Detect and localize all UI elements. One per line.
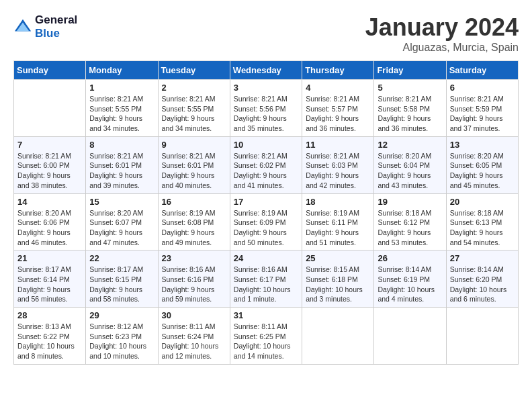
day-info: Sunrise: 8:21 AMSunset: 6:03 PMDaylight:… [306, 151, 370, 191]
day-info: Sunrise: 8:20 AMSunset: 6:04 PMDaylight:… [378, 151, 442, 191]
day-number: 2 [162, 83, 226, 93]
calendar-week-row: 1Sunrise: 8:21 AMSunset: 5:55 PMDaylight… [14, 80, 519, 137]
calendar-week-row: 7Sunrise: 8:21 AMSunset: 6:00 PMDaylight… [14, 136, 519, 193]
logo: General Blue [13, 13, 77, 40]
day-info: Sunrise: 8:20 AMSunset: 6:07 PMDaylight:… [89, 208, 154, 248]
day-info: Sunrise: 8:11 AMSunset: 6:24 PMDaylight:… [162, 322, 226, 361]
calendar-cell: 26Sunrise: 8:14 AMSunset: 6:19 PMDayligh… [374, 250, 446, 308]
day-number: 15 [89, 197, 154, 207]
calendar-cell: 2Sunrise: 8:21 AMSunset: 5:55 PMDaylight… [158, 80, 230, 137]
day-number: 30 [162, 310, 226, 320]
day-number: 14 [17, 197, 82, 207]
weekday-header-wednesday: Wednesday [230, 61, 302, 80]
calendar-cell: 1Sunrise: 8:21 AMSunset: 5:55 PMDaylight… [86, 80, 158, 137]
calendar-cell: 6Sunrise: 8:21 AMSunset: 5:59 PMDaylight… [446, 80, 518, 137]
day-number: 18 [306, 197, 370, 207]
calendar-cell: 25Sunrise: 8:15 AMSunset: 6:18 PMDayligh… [302, 250, 374, 308]
weekday-header-sunday: Sunday [14, 61, 86, 80]
logo-icon [13, 17, 32, 36]
day-number: 23 [162, 253, 226, 263]
page-header: General Blue January 2024 Alguazas, Murc… [13, 13, 519, 54]
day-info: Sunrise: 8:21 AMSunset: 5:56 PMDaylight:… [234, 94, 298, 134]
day-number: 20 [450, 197, 515, 207]
day-number: 10 [234, 140, 298, 150]
day-info: Sunrise: 8:21 AMSunset: 5:55 PMDaylight:… [162, 94, 226, 134]
calendar-cell: 21Sunrise: 8:17 AMSunset: 6:14 PMDayligh… [14, 250, 86, 308]
weekday-header-tuesday: Tuesday [158, 61, 230, 80]
day-number: 1 [89, 83, 154, 93]
calendar-week-row: 21Sunrise: 8:17 AMSunset: 6:14 PMDayligh… [14, 250, 519, 308]
day-number: 9 [162, 140, 226, 150]
day-number: 13 [450, 140, 515, 150]
day-number: 4 [306, 83, 370, 93]
calendar-cell: 23Sunrise: 8:16 AMSunset: 6:16 PMDayligh… [158, 250, 230, 308]
day-info: Sunrise: 8:21 AMSunset: 6:00 PMDaylight:… [17, 151, 82, 191]
day-number: 8 [89, 140, 154, 150]
calendar-cell: 12Sunrise: 8:20 AMSunset: 6:04 PMDayligh… [374, 136, 446, 193]
day-number: 19 [378, 197, 442, 207]
calendar-cell [374, 308, 446, 365]
day-info: Sunrise: 8:16 AMSunset: 6:17 PMDaylight:… [234, 265, 298, 304]
weekday-header-thursday: Thursday [302, 61, 374, 80]
day-number: 26 [378, 253, 442, 263]
calendar-cell: 27Sunrise: 8:14 AMSunset: 6:20 PMDayligh… [446, 250, 518, 308]
day-info: Sunrise: 8:19 AMSunset: 6:09 PMDaylight:… [234, 208, 298, 248]
calendar-week-row: 14Sunrise: 8:20 AMSunset: 6:06 PMDayligh… [14, 193, 519, 250]
calendar-cell: 24Sunrise: 8:16 AMSunset: 6:17 PMDayligh… [230, 250, 302, 308]
calendar-table: SundayMondayTuesdayWednesdayThursdayFrid… [13, 60, 519, 365]
calendar-cell: 18Sunrise: 8:19 AMSunset: 6:11 PMDayligh… [302, 193, 374, 250]
calendar-cell: 29Sunrise: 8:12 AMSunset: 6:23 PMDayligh… [86, 308, 158, 365]
calendar-cell: 15Sunrise: 8:20 AMSunset: 6:07 PMDayligh… [86, 193, 158, 250]
location-title: Alguazas, Murcia, Spain [365, 42, 519, 54]
day-number: 29 [89, 310, 154, 320]
day-number: 5 [378, 83, 442, 93]
day-info: Sunrise: 8:17 AMSunset: 6:14 PMDaylight:… [17, 265, 82, 304]
calendar-cell: 31Sunrise: 8:11 AMSunset: 6:25 PMDayligh… [230, 308, 302, 365]
day-info: Sunrise: 8:15 AMSunset: 6:18 PMDaylight:… [306, 265, 370, 304]
day-number: 25 [306, 253, 370, 263]
calendar-cell: 28Sunrise: 8:13 AMSunset: 6:22 PMDayligh… [14, 308, 86, 365]
day-info: Sunrise: 8:19 AMSunset: 6:08 PMDaylight:… [162, 208, 226, 248]
calendar-cell: 20Sunrise: 8:18 AMSunset: 6:13 PMDayligh… [446, 193, 518, 250]
calendar-cell [302, 308, 374, 365]
calendar-cell: 7Sunrise: 8:21 AMSunset: 6:00 PMDaylight… [14, 136, 86, 193]
calendar-week-row: 28Sunrise: 8:13 AMSunset: 6:22 PMDayligh… [14, 308, 519, 365]
day-info: Sunrise: 8:11 AMSunset: 6:25 PMDaylight:… [234, 322, 298, 361]
day-number: 7 [17, 140, 82, 150]
day-number: 27 [450, 253, 515, 263]
calendar-cell: 19Sunrise: 8:18 AMSunset: 6:12 PMDayligh… [374, 193, 446, 250]
day-info: Sunrise: 8:21 AMSunset: 6:02 PMDaylight:… [234, 151, 298, 191]
day-number: 6 [450, 83, 515, 93]
day-number: 21 [17, 253, 82, 263]
day-info: Sunrise: 8:16 AMSunset: 6:16 PMDaylight:… [162, 265, 226, 304]
calendar-cell: 13Sunrise: 8:20 AMSunset: 6:05 PMDayligh… [446, 136, 518, 193]
weekday-header-saturday: Saturday [446, 61, 518, 80]
day-number: 28 [17, 310, 82, 320]
calendar-cell: 30Sunrise: 8:11 AMSunset: 6:24 PMDayligh… [158, 308, 230, 365]
day-info: Sunrise: 8:21 AMSunset: 5:55 PMDaylight:… [89, 94, 154, 134]
day-info: Sunrise: 8:21 AMSunset: 6:01 PMDaylight:… [162, 151, 226, 191]
weekday-header-monday: Monday [86, 61, 158, 80]
day-number: 17 [234, 197, 298, 207]
day-number: 22 [89, 253, 154, 263]
calendar-cell: 14Sunrise: 8:20 AMSunset: 6:06 PMDayligh… [14, 193, 86, 250]
day-info: Sunrise: 8:19 AMSunset: 6:11 PMDaylight:… [306, 208, 370, 248]
weekday-header-friday: Friday [374, 61, 446, 80]
day-info: Sunrise: 8:21 AMSunset: 6:01 PMDaylight:… [89, 151, 154, 191]
day-info: Sunrise: 8:14 AMSunset: 6:20 PMDaylight:… [450, 265, 515, 304]
day-info: Sunrise: 8:18 AMSunset: 6:12 PMDaylight:… [378, 208, 442, 248]
calendar-cell: 17Sunrise: 8:19 AMSunset: 6:09 PMDayligh… [230, 193, 302, 250]
weekday-header-row: SundayMondayTuesdayWednesdayThursdayFrid… [14, 61, 519, 80]
calendar-cell: 16Sunrise: 8:19 AMSunset: 6:08 PMDayligh… [158, 193, 230, 250]
day-number: 16 [162, 197, 226, 207]
day-info: Sunrise: 8:14 AMSunset: 6:19 PMDaylight:… [378, 265, 442, 304]
day-info: Sunrise: 8:12 AMSunset: 6:23 PMDaylight:… [89, 322, 154, 361]
calendar-cell [14, 80, 86, 137]
calendar-cell: 5Sunrise: 8:21 AMSunset: 5:58 PMDaylight… [374, 80, 446, 137]
day-info: Sunrise: 8:18 AMSunset: 6:13 PMDaylight:… [450, 208, 515, 248]
day-info: Sunrise: 8:20 AMSunset: 6:05 PMDaylight:… [450, 151, 515, 191]
calendar-cell: 9Sunrise: 8:21 AMSunset: 6:01 PMDaylight… [158, 136, 230, 193]
calendar-cell: 11Sunrise: 8:21 AMSunset: 6:03 PMDayligh… [302, 136, 374, 193]
calendar-cell: 3Sunrise: 8:21 AMSunset: 5:56 PMDaylight… [230, 80, 302, 137]
day-info: Sunrise: 8:21 AMSunset: 5:58 PMDaylight:… [378, 94, 442, 134]
